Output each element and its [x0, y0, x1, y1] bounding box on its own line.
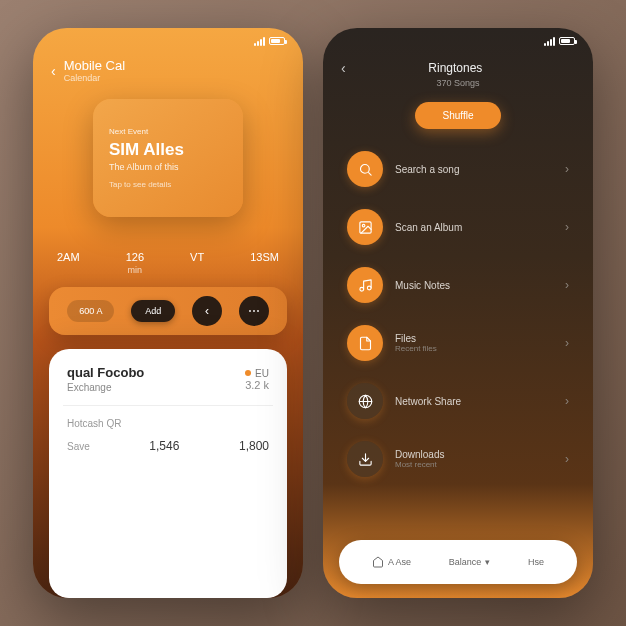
home-icon [372, 556, 384, 568]
svg-point-4 [367, 286, 371, 290]
quick-label[interactable]: 600 A [67, 300, 114, 322]
header: ‹ Ringtones [323, 54, 593, 78]
menu-item-search[interactable]: Search a song › [341, 143, 575, 195]
svg-point-0 [360, 164, 369, 173]
music-icon [347, 267, 383, 303]
back-icon[interactable]: ‹ [341, 60, 346, 76]
card-line1: Next Event [109, 127, 227, 136]
timeline-row: 2AM 126min VT 13SM [33, 217, 303, 287]
back-icon[interactable]: ‹ [51, 63, 56, 79]
battery-icon [559, 37, 575, 45]
panel-badge: EU [245, 368, 269, 379]
nav-item-b[interactable]: Balance ▾ [449, 557, 491, 567]
menu-item-files[interactable]: FilesRecent files › [341, 317, 575, 369]
bottom-panel: qual Focobo Exchange EU 3.2 k Hotcash QR… [49, 349, 287, 598]
chevron-right-icon: › [565, 162, 569, 176]
bottom-nav: A Ase Balance ▾ Hse [339, 540, 577, 584]
chevron-right-icon: › [565, 220, 569, 234]
panel-sub: Exchange [67, 382, 144, 393]
shuffle-button[interactable]: Shuffle [415, 102, 502, 129]
status-right [544, 37, 575, 46]
svg-point-3 [359, 287, 363, 291]
page-title: Mobile Cal [64, 58, 125, 73]
page-title: Ringtones [356, 61, 555, 75]
timeline-item[interactable]: VT [190, 251, 204, 275]
add-button[interactable]: Add [131, 300, 175, 322]
nav-item-a[interactable]: A Ase [372, 556, 411, 568]
battery-icon [269, 37, 285, 45]
nav-item-c[interactable]: Hse [528, 557, 544, 567]
chevron-right-icon: › [565, 336, 569, 350]
page-subtitle: 370 Songs [323, 78, 593, 88]
download-icon [347, 441, 383, 477]
prev-button[interactable]: ‹ [192, 296, 222, 326]
image-icon [347, 209, 383, 245]
row-label: Save [67, 441, 90, 452]
globe-icon [347, 383, 383, 419]
chevron-down-icon: ▾ [485, 557, 490, 567]
quick-action-bar: 600 A Add ‹ ⋯ [49, 287, 287, 335]
timeline-item[interactable]: 13SM [250, 251, 279, 275]
chevron-right-icon: › [565, 394, 569, 408]
panel-value: 3.2 k [245, 379, 269, 391]
page-subtitle: Calendar [64, 73, 125, 83]
signal-icon [254, 37, 265, 46]
row-value: 1,546 [149, 439, 179, 453]
status-dot-icon [245, 370, 251, 376]
phone-mockup-right: ‹ Ringtones 370 Songs Shuffle Search a s… [323, 28, 593, 598]
card-line4: Tap to see details [109, 180, 227, 189]
status-bar [323, 28, 593, 54]
phone-mockup-left: ‹ Mobile Cal Calendar Next Event SIM All… [33, 28, 303, 598]
panel-title: qual Focobo [67, 365, 144, 380]
timeline-item[interactable]: 126min [126, 251, 144, 275]
menu-item-network[interactable]: Network Share › [341, 375, 575, 427]
card-line2: SIM Alles [109, 140, 227, 160]
menu-item-downloads[interactable]: DownloadsMost recent › [341, 433, 575, 485]
hero-card[interactable]: Next Event SIM Alles The Album of this T… [93, 99, 243, 217]
signal-icon [544, 37, 555, 46]
svg-point-2 [362, 224, 365, 227]
menu-item-scan[interactable]: Scan an Album › [341, 201, 575, 253]
more-button[interactable]: ⋯ [239, 296, 269, 326]
menu-item-music[interactable]: Music Notes › [341, 259, 575, 311]
row-value: 1,800 [239, 439, 269, 453]
header: ‹ Mobile Cal Calendar [33, 54, 303, 85]
chevron-right-icon: › [565, 278, 569, 292]
section-label: Hotcash QR [67, 418, 269, 429]
timeline-item[interactable]: 2AM [57, 251, 80, 275]
status-right [254, 37, 285, 46]
divider [63, 405, 273, 406]
file-icon [347, 325, 383, 361]
status-bar [33, 28, 303, 54]
chevron-right-icon: › [565, 452, 569, 466]
card-line3: The Album of this [109, 162, 227, 172]
search-icon [347, 151, 383, 187]
menu-list: Search a song › Scan an Album › Music No… [323, 139, 593, 530]
